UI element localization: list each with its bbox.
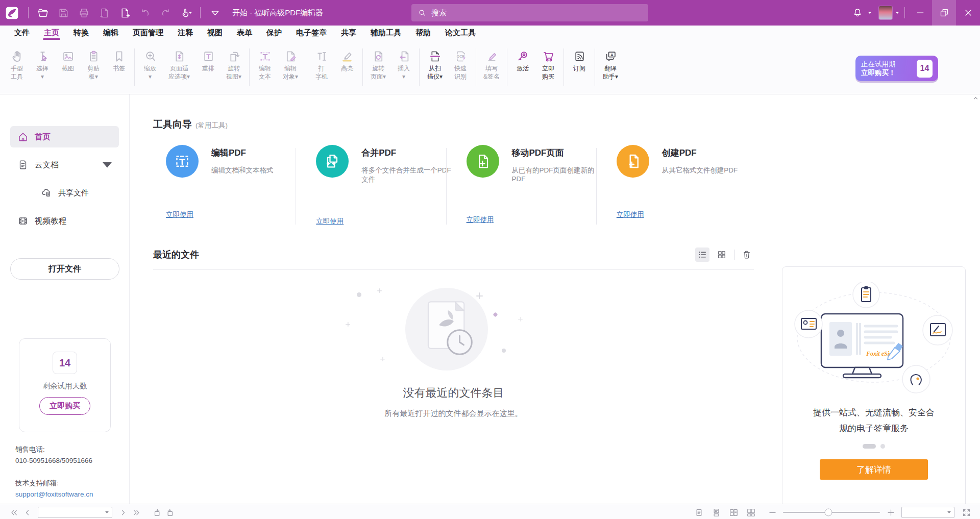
facing-continuous-view-button[interactable]: [744, 506, 757, 518]
ribbon-item-bookmark[interactable]: 书签: [106, 47, 132, 81]
menu-item-3[interactable]: 编辑: [96, 27, 126, 38]
carousel-dot-active[interactable]: [863, 444, 876, 449]
save-button[interactable]: [53, 3, 74, 23]
trial-days-caption: 剩余试用天数: [19, 381, 110, 391]
support-email-link[interactable]: support@foxitsoftware.cn: [15, 489, 93, 500]
restore-button[interactable]: [932, 0, 956, 26]
menu-item-0[interactable]: 文件: [7, 27, 37, 38]
carousel-dot[interactable]: [880, 444, 885, 449]
sidebar-item-shared-files[interactable]: 共享文件: [10, 182, 119, 204]
redo-icon: [160, 7, 172, 19]
sidebar-item-home[interactable]: 首页: [10, 126, 119, 147]
ribbon-item-edit-object[interactable]: 编辑对象▾: [278, 47, 303, 81]
clear-recent-button[interactable]: [740, 248, 754, 262]
ribbon-item-hand-tool[interactable]: 手型工具: [4, 47, 30, 81]
trial-badge-button[interactable]: 正在试用期 立即购买！ 14: [855, 56, 938, 81]
ribbon-item-quick-ocr[interactable]: OCR快速识别: [448, 47, 473, 81]
menu-item-11[interactable]: 辅助工具: [363, 27, 408, 38]
undo-button[interactable]: [135, 3, 155, 23]
ribbon-item-fill-sign[interactable]: 填写&签名: [479, 47, 504, 81]
use-now-link[interactable]: 立即使用: [166, 210, 193, 219]
notifications-button[interactable]: [847, 3, 868, 23]
buy-now-button[interactable]: 立即购买: [39, 397, 90, 415]
print-button[interactable]: [74, 3, 94, 23]
learn-more-button[interactable]: 了解详情: [820, 459, 928, 480]
export-doc-button[interactable]: [94, 3, 114, 23]
menu-item-12[interactable]: 帮助: [408, 27, 438, 38]
avatar[interactable]: [879, 6, 892, 19]
menu-item-13[interactable]: 论文工具: [438, 27, 483, 38]
page-combo-caret-icon[interactable]: [105, 511, 109, 514]
sidebar-item-cloud-docs[interactable]: 云文档: [10, 154, 119, 176]
ribbon-item-highlight[interactable]: 高亮: [334, 47, 360, 81]
use-now-link[interactable]: 立即使用: [617, 210, 644, 219]
ribbon-item-rotate-view[interactable]: 旋转视图▾: [221, 47, 247, 81]
ribbon-item-zoom[interactable]: 缩放▾: [137, 47, 163, 81]
menu-item-5[interactable]: 注释: [170, 27, 200, 38]
chevron-expand-icon[interactable]: [102, 159, 113, 170]
ribbon-item-reflow[interactable]: 重排: [195, 47, 221, 81]
ribbon-item-clipboard[interactable]: 剪贴板▾: [81, 47, 106, 81]
ribbon-item-edit-text[interactable]: 编辑文本: [252, 47, 278, 81]
minimize-button[interactable]: [908, 0, 932, 26]
menu-item-10[interactable]: 共享: [334, 27, 363, 38]
notifications-caret-icon[interactable]: [868, 11, 872, 14]
rotate-right-button[interactable]: [163, 506, 177, 518]
continuous-view-button[interactable]: [709, 506, 723, 518]
use-now-link[interactable]: 立即使用: [467, 215, 494, 225]
search-box[interactable]: 搜索: [411, 4, 648, 21]
zoom-out-button[interactable]: [766, 506, 779, 518]
page-number-input[interactable]: [38, 507, 112, 518]
sidebar-item-video-tutorials[interactable]: 视频教程: [10, 210, 119, 232]
redo-button[interactable]: [155, 3, 176, 23]
zoom-level-input[interactable]: [901, 507, 954, 518]
menu-item-6[interactable]: 视图: [200, 27, 230, 38]
fullscreen-button[interactable]: [960, 506, 973, 518]
zoom-combo-caret-icon[interactable]: [947, 511, 951, 514]
close-button[interactable]: [956, 0, 980, 26]
facing-view-button[interactable]: [727, 506, 740, 518]
zoom-slider-handle[interactable]: [825, 509, 832, 516]
menu-item-2[interactable]: 转换: [66, 27, 96, 38]
open-folder-button[interactable]: [33, 3, 53, 23]
rotate-left-button[interactable]: [150, 506, 163, 518]
zoom-in-button[interactable]: [884, 506, 897, 518]
ribbon-item-insert-pages[interactable]: 插入▾: [391, 47, 416, 81]
grid-view-button[interactable]: [715, 248, 729, 262]
ribbon-item-translate-assistant[interactable]: A翻译助手▾: [598, 47, 623, 81]
empty-illustration: [365, 284, 528, 374]
menu-item-1[interactable]: 主页: [37, 27, 66, 38]
save-icon: [58, 7, 69, 19]
menu-item-4[interactable]: 页面管理: [126, 27, 170, 38]
ribbon-item-typewriter[interactable]: 打字机: [309, 47, 334, 81]
list-view-icon: [697, 250, 707, 260]
ribbon-item-rotate-pages[interactable]: 旋转页面▾: [365, 47, 391, 81]
ribbon-item-snapshot[interactable]: 截图: [55, 47, 81, 81]
ribbon-item-from-scanner[interactable]: 从扫描仪▾: [422, 47, 448, 81]
ribbon-item-select[interactable]: 选择▾: [30, 47, 55, 81]
menu-item-9[interactable]: 电子签章: [289, 27, 334, 38]
hand-pointer-button[interactable]: [176, 3, 196, 23]
ribbon-item-buy-now[interactable]: 立即购买: [535, 47, 561, 81]
menu-item-7[interactable]: 表单: [230, 27, 259, 38]
customize-toolbar-button[interactable]: [205, 3, 225, 23]
reflow-icon: [202, 48, 215, 64]
scrollbar-up-arrow[interactable]: [972, 95, 979, 102]
ribbon-item-activate[interactable]: 激活: [510, 47, 535, 81]
menu-item-8[interactable]: 保护: [259, 27, 289, 38]
account-caret-icon[interactable]: [895, 11, 899, 14]
next-page-button[interactable]: [116, 506, 130, 518]
prev-page-button[interactable]: [20, 506, 34, 518]
ribbon-item-page-fit[interactable]: 页面适应选项▾: [163, 47, 195, 81]
new-doc-button[interactable]: [114, 3, 135, 23]
first-page-button[interactable]: [7, 506, 20, 518]
ribbon-label-line1: 页面适: [170, 64, 188, 72]
titlebar-divider: [28, 7, 29, 18]
zoom-slider[interactable]: [783, 512, 880, 513]
ribbon-item-subscribe[interactable]: 订阅: [567, 47, 592, 72]
list-view-button[interactable]: [695, 248, 709, 262]
open-file-button[interactable]: 打开文件: [10, 258, 119, 280]
last-page-button[interactable]: [130, 506, 143, 518]
use-now-link[interactable]: 立即使用: [316, 217, 344, 226]
single-page-view-button[interactable]: [692, 506, 705, 518]
